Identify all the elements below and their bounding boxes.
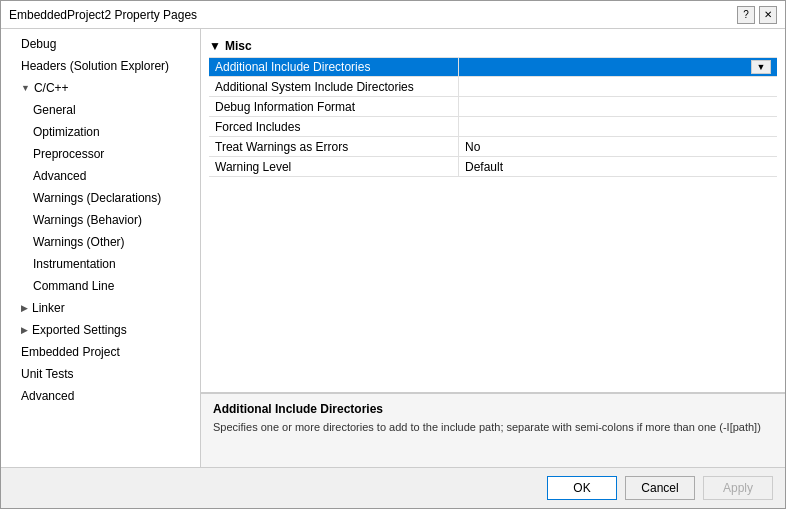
prop-name-additional-system-include-dirs: Additional System Include Directories <box>209 77 459 96</box>
close-button[interactable]: ✕ <box>759 6 777 24</box>
tree-item-unit-tests[interactable]: Unit Tests <box>1 363 200 385</box>
help-button[interactable]: ? <box>737 6 755 24</box>
prop-name-warning-level: Warning Level <box>209 157 459 176</box>
prop-value-debug-info-format <box>459 97 777 116</box>
tree-arrow-linker: ▶ <box>21 299 28 317</box>
prop-value-additional-system-include-dirs <box>459 77 777 96</box>
prop-table: Additional Include Directories▼Additiona… <box>209 57 777 177</box>
prop-value-additional-include-dirs: ▼ <box>459 58 777 76</box>
prop-name-treat-warnings-errors: Treat Warnings as Errors <box>209 137 459 156</box>
tree-label-advanced2: Advanced <box>21 387 74 405</box>
misc-header: ▼ Misc <box>209 37 777 57</box>
tree-label-headers: Headers (Solution Explorer) <box>21 57 169 75</box>
tree-label-warnings-beh: Warnings (Behavior) <box>33 211 142 229</box>
tree-item-exported-settings[interactable]: ▶Exported Settings <box>1 319 200 341</box>
tree-label-command-line: Command Line <box>33 277 114 295</box>
description-area: Additional Include Directories Specifies… <box>201 392 785 467</box>
prop-value-treat-warnings-errors: No <box>459 137 777 156</box>
tree-item-command-line[interactable]: Command Line <box>1 275 200 297</box>
prop-value-text-warning-level: Default <box>465 160 503 174</box>
tree-item-general[interactable]: General <box>1 99 200 121</box>
property-pages-dialog: EmbeddedProject2 Property Pages ? ✕ Debu… <box>0 0 786 509</box>
tree-label-linker: Linker <box>32 299 65 317</box>
prop-row-treat-warnings-errors[interactable]: Treat Warnings as ErrorsNo <box>209 137 777 157</box>
tree-label-optimization: Optimization <box>33 123 100 141</box>
misc-label: Misc <box>225 39 252 53</box>
prop-value-warning-level: Default <box>459 157 777 176</box>
tree-item-warnings-beh[interactable]: Warnings (Behavior) <box>1 209 200 231</box>
tree-arrow-exported-settings: ▶ <box>21 321 28 339</box>
tree-item-preprocessor[interactable]: Preprocessor <box>1 143 200 165</box>
tree-item-optimization[interactable]: Optimization <box>1 121 200 143</box>
title-bar: EmbeddedProject2 Property Pages ? ✕ <box>1 1 785 29</box>
apply-button[interactable]: Apply <box>703 476 773 500</box>
tree-item-debug[interactable]: Debug <box>1 33 200 55</box>
prop-name-forced-includes: Forced Includes <box>209 117 459 136</box>
prop-name-additional-include-dirs: Additional Include Directories <box>209 58 459 76</box>
prop-value-forced-includes <box>459 117 777 136</box>
title-bar-buttons: ? ✕ <box>737 6 777 24</box>
tree-label-advanced: Advanced <box>33 167 86 185</box>
tree-label-instrumentation: Instrumentation <box>33 255 116 273</box>
prop-row-warning-level[interactable]: Warning LevelDefault <box>209 157 777 177</box>
tree-item-headers[interactable]: Headers (Solution Explorer) <box>1 55 200 77</box>
tree-label-general: General <box>33 101 76 119</box>
tree-label-warnings-other: Warnings (Other) <box>33 233 125 251</box>
prop-value-text-treat-warnings-errors: No <box>465 140 480 154</box>
tree-label-debug: Debug <box>21 35 56 53</box>
tree-item-warnings-decl[interactable]: Warnings (Declarations) <box>1 187 200 209</box>
tree-item-advanced[interactable]: Advanced <box>1 165 200 187</box>
tree-item-warnings-other[interactable]: Warnings (Other) <box>1 231 200 253</box>
right-panel: ▼ Misc Additional Include Directories▼Ad… <box>201 29 785 467</box>
properties-area: ▼ Misc Additional Include Directories▼Ad… <box>201 29 785 392</box>
prop-dropdown-additional-include-dirs[interactable]: ▼ <box>751 60 771 74</box>
desc-title: Additional Include Directories <box>213 402 773 416</box>
tree-label-cpp: C/C++ <box>34 79 69 97</box>
tree-item-embedded-project[interactable]: Embedded Project <box>1 341 200 363</box>
dialog-footer: OK Cancel Apply <box>1 467 785 508</box>
tree-label-embedded-project: Embedded Project <box>21 343 120 361</box>
desc-text: Specifies one or more directories to add… <box>213 420 773 435</box>
tree-item-instrumentation[interactable]: Instrumentation <box>1 253 200 275</box>
tree-label-unit-tests: Unit Tests <box>21 365 73 383</box>
tree-label-warnings-decl: Warnings (Declarations) <box>33 189 161 207</box>
prop-row-additional-include-dirs[interactable]: Additional Include Directories▼ <box>209 57 777 77</box>
prop-input-additional-include-dirs[interactable] <box>465 60 751 74</box>
dialog-content: DebugHeaders (Solution Explorer)▼C/C++Ge… <box>1 29 785 467</box>
tree-panel: DebugHeaders (Solution Explorer)▼C/C++Ge… <box>1 29 201 467</box>
prop-name-debug-info-format: Debug Information Format <box>209 97 459 116</box>
tree-label-exported-settings: Exported Settings <box>32 321 127 339</box>
tree-arrow-cpp: ▼ <box>21 79 30 97</box>
tree-item-advanced2[interactable]: Advanced <box>1 385 200 407</box>
prop-row-debug-info-format[interactable]: Debug Information Format <box>209 97 777 117</box>
ok-button[interactable]: OK <box>547 476 617 500</box>
tree-label-preprocessor: Preprocessor <box>33 145 104 163</box>
tree-item-cpp[interactable]: ▼C/C++ <box>1 77 200 99</box>
dialog-title: EmbeddedProject2 Property Pages <box>9 8 197 22</box>
misc-arrow: ▼ <box>209 39 221 53</box>
cancel-button[interactable]: Cancel <box>625 476 695 500</box>
prop-row-forced-includes[interactable]: Forced Includes <box>209 117 777 137</box>
tree-item-linker[interactable]: ▶Linker <box>1 297 200 319</box>
prop-row-additional-system-include-dirs[interactable]: Additional System Include Directories <box>209 77 777 97</box>
